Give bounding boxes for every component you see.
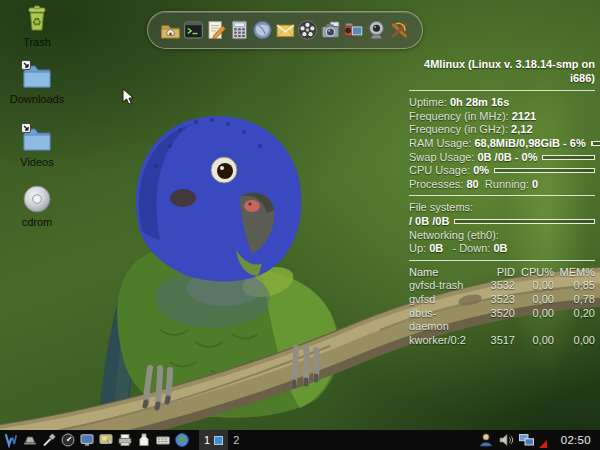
games-icon[interactable] xyxy=(388,17,411,43)
globe-icon[interactable] xyxy=(174,432,190,448)
process-mem: 0,85 xyxy=(556,279,595,293)
printer-icon[interactable] xyxy=(117,432,133,448)
system-tray: 02:50 xyxy=(478,432,597,448)
column-header: Name xyxy=(409,266,473,280)
desktop-icon-trash[interactable]: ♻ Trash xyxy=(2,4,72,48)
screenshot-tool-icon[interactable] xyxy=(319,17,342,43)
process-mem: 0,78 xyxy=(556,293,595,307)
desktop-icon-label: Downloads xyxy=(10,93,64,105)
desktop-icon-label: Videos xyxy=(20,156,53,168)
network-updown: Up: 0B - Down: 0B xyxy=(409,242,595,256)
stat-uptime: Uptime: 0h 28m 16s xyxy=(409,96,595,110)
process-name: kworker/0:2 xyxy=(409,334,473,348)
trash-icon: ♻ xyxy=(22,4,52,34)
column-header: MEM% xyxy=(556,266,595,280)
tool-icon[interactable] xyxy=(41,432,57,448)
workspace-1[interactable]: 1 xyxy=(199,430,228,450)
network-icon[interactable] xyxy=(518,432,535,448)
application-dock xyxy=(147,11,423,49)
desktop-icon-label: cdrom xyxy=(22,216,53,228)
process-cpu: 0,00 xyxy=(517,293,554,307)
swap-usage-bar xyxy=(542,155,595,160)
filesystem-bar xyxy=(454,219,595,224)
column-header: PID xyxy=(475,266,515,280)
keyboard-icon[interactable] xyxy=(155,432,171,448)
web-browser-icon[interactable] xyxy=(251,17,274,43)
desktop-icon-downloads[interactable]: Downloads xyxy=(2,57,72,105)
process-mem: 0,00 xyxy=(556,334,595,348)
workspace-pager: 1 2 xyxy=(199,430,244,450)
stat-processes: Processes: 80 Running: 0 xyxy=(409,178,595,192)
system-monitor-overlay: 4Mlinux (Linux v. 3.18.14-smp on i686) U… xyxy=(409,58,595,347)
process-name: gvfsd-trash xyxy=(409,279,473,293)
display-icon[interactable] xyxy=(79,432,95,448)
desktop-icon-label: Trash xyxy=(23,36,51,48)
email-icon[interactable] xyxy=(274,17,297,43)
ram-usage-bar xyxy=(591,141,600,146)
process-pid: 3520 xyxy=(475,307,515,334)
process-cpu: 0,00 xyxy=(517,279,554,293)
filesystems-header: File systems: xyxy=(409,201,595,215)
process-mem: 0,20 xyxy=(556,307,595,334)
user-icon[interactable] xyxy=(478,432,494,448)
desktop-wallpaper: ♻ Trash Downloads Videos xyxy=(0,0,600,450)
process-cpu: 0,00 xyxy=(517,307,554,334)
stat-frequency-mhz: Frequency (in MHz): 2121 xyxy=(409,110,595,124)
stat-swap-usage: Swap Usage: 0B /0B - 0% xyxy=(409,151,595,165)
media-player-icon[interactable] xyxy=(296,17,319,43)
separator xyxy=(409,260,595,261)
stat-cpu-usage: CPU Usage: 0% xyxy=(409,164,595,178)
svg-text:♻: ♻ xyxy=(32,16,42,28)
camcorder-icon[interactable] xyxy=(342,17,365,43)
workspace-2[interactable]: 2 xyxy=(228,430,244,450)
cdrom-icon xyxy=(22,184,52,214)
text-editor-icon[interactable] xyxy=(205,17,228,43)
cpu-usage-bar xyxy=(494,168,595,173)
process-table: Name PID CPU% MEM% gvfsd-trash 3532 0,00… xyxy=(409,266,595,348)
separator xyxy=(409,90,595,91)
laptop-icon[interactable] xyxy=(22,432,38,448)
volume-icon[interactable] xyxy=(498,432,514,448)
calculator-icon[interactable] xyxy=(228,17,251,43)
system-title: 4Mlinux (Linux v. 3.18.14-smp on i686) xyxy=(409,58,595,85)
folder-icon xyxy=(18,120,56,154)
folder-icon xyxy=(18,57,56,91)
terminal-icon[interactable] xyxy=(182,17,205,43)
taskbar: 1 2 02:50 xyxy=(0,430,600,450)
alert-triangle-icon[interactable] xyxy=(539,440,547,448)
desktop-icon-cdrom[interactable]: cdrom xyxy=(2,184,72,228)
process-pid: 3523 xyxy=(475,293,515,307)
taskbar-clock: 02:50 xyxy=(551,434,597,446)
package-icon[interactable] xyxy=(136,432,152,448)
menu-logo-icon[interactable] xyxy=(3,432,19,448)
process-name: gvfsd xyxy=(409,293,473,307)
process-cpu: 0,00 xyxy=(517,334,554,348)
webcam-icon[interactable] xyxy=(365,17,388,43)
gauge-icon[interactable] xyxy=(60,432,76,448)
stat-frequency-ghz: Frequency (in GHz): 2,12 xyxy=(409,123,595,137)
mouse-cursor xyxy=(122,88,134,106)
desktop-icon-videos[interactable]: Videos xyxy=(2,120,72,168)
stat-ram-usage: RAM Usage: 68,8MiB/0,98GiB - 6% xyxy=(409,137,595,151)
process-pid: 3532 xyxy=(475,279,515,293)
process-name: dbus-daemon xyxy=(409,307,473,334)
networking-header: Networking (eth0): xyxy=(409,229,595,243)
process-pid: 3517 xyxy=(475,334,515,348)
filesystem-root: / 0B /0B xyxy=(409,215,595,229)
desktop-preferences-icon[interactable] xyxy=(98,432,114,448)
column-header: CPU% xyxy=(517,266,554,280)
separator xyxy=(409,195,595,196)
file-manager-icon[interactable] xyxy=(159,17,182,43)
window-indicator xyxy=(214,436,223,445)
